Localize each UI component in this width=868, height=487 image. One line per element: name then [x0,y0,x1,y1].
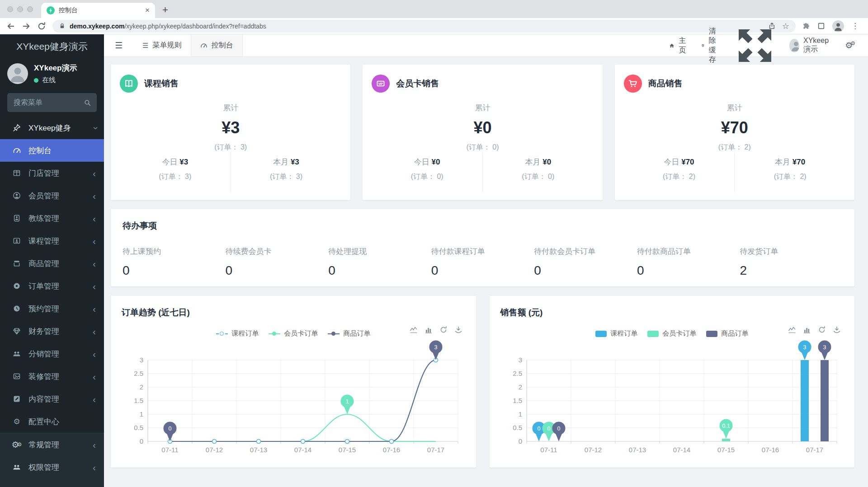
svg-text:07-14: 07-14 [673,446,690,454]
month-stats: 本月 ¥0 (订单： 0) [483,152,594,192]
svg-text:1.5: 1.5 [134,397,143,404]
sidebar-item-distribution[interactable]: 分销管理 ‹ [0,342,104,365]
window-close-button[interactable] [7,6,13,12]
sidebar-item-xykeep[interactable]: XYkeep健身 ‹ [0,117,104,139]
sidebar-item-permissions[interactable]: 权限管理 ‹ [0,456,104,478]
sidebar-item-stores[interactable]: 门店管理 ‹ [0,162,104,184]
total-amount: ¥3 [120,118,341,137]
sidebar-item-members[interactable]: 会员管理 ‹ [0,184,104,207]
svg-text:0.5: 0.5 [134,424,143,431]
chevron-left-icon: ‹ [93,394,96,404]
sidebar-item-config[interactable]: ⚙ 配置中心 [0,410,104,433]
svg-text:1.5: 1.5 [513,397,522,404]
sidebar-item-courses[interactable]: 课程管理 ‹ [0,229,104,252]
tab-dashboard[interactable]: 控制台 [191,34,243,56]
svg-text:2: 2 [518,383,522,391]
chevron-left-icon: ‹ [93,440,96,450]
line-chart-plot[interactable]: 00.511.522.5307-1107-1207-1307-1407-1507… [122,315,464,464]
svg-text:0.5: 0.5 [513,424,522,431]
svg-text:1: 1 [346,398,349,405]
image-icon [12,372,22,381]
todo-item: 待上课预约0 [123,246,226,278]
sidebar-item-products[interactable]: 商品管理 ‹ [0,252,104,275]
gears-icon: ⚙⚙ [12,440,22,449]
window-minimize-button[interactable] [17,6,23,12]
vip-card-icon: VIP [372,75,390,93]
todo-title: 待办事项 [123,220,843,232]
svg-text:07-15: 07-15 [717,446,734,454]
sidebar-secondary-section: ⚙⚙ 常规管理 ‹ 权限管理 ‹ [0,433,104,487]
tab-menu-rules[interactable]: ☰ 菜单规则 [133,34,190,56]
month-stats: 本月 ¥3 (订单： 3) [231,152,342,192]
svg-text:2: 2 [140,383,143,391]
reload-button[interactable] [37,22,46,31]
dashboard-content: 课程销售 累计 ¥3 (订单： 3) 今日 ¥3 (订单： 3) [104,57,868,468]
stat-card-product-sales: 商品销售 累计 ¥70 (订单： 2) 今日 ¥70 (订单： 2) [615,65,854,200]
today-stats: 今日 ¥3 (订单： 3) [120,152,231,192]
gauge-icon [200,42,208,49]
chevron-left-icon: ‹ [93,169,96,178]
url-text: demo.xykeep.com/xykeep.php/xykeep/dashbo… [70,23,266,30]
svg-text:0: 0 [547,426,550,432]
svg-text:3: 3 [434,344,438,351]
forward-button[interactable] [22,22,31,31]
chevron-left-icon: ‹ [93,259,96,268]
chevron-left-icon: ‹ [93,304,96,314]
user-status: 在线 [34,76,77,84]
hamburger-icon[interactable]: ☰ [104,34,133,56]
chevron-left-icon: ‹ [93,236,96,246]
order-trend-chart: 订单趋势 (近七日) 课程订单会员卡订单商品订单 00.511.522.5307… [111,296,476,468]
svg-text:0: 0 [140,437,143,445]
tab-close-icon[interactable]: × [145,6,150,15]
user-menu[interactable]: XYkeep演示 [789,37,832,54]
sidebar-item-general[interactable]: ⚙⚙ 常规管理 ‹ [0,433,104,456]
gauge-icon [12,146,22,155]
chevron-left-icon: ‹ [93,372,96,381]
chevron-down-icon: ‹ [90,126,99,130]
back-button[interactable] [6,22,15,31]
todo-item: 待续费会员卡0 [226,246,329,278]
svg-text:07-16: 07-16 [761,446,778,454]
chevron-left-icon: ‹ [93,281,96,291]
browser-tab-title: 控制台 [59,6,141,14]
chevron-left-icon: ‹ [93,349,96,359]
card-title: 课程销售 [144,78,179,89]
charts-row: 订单趋势 (近七日) 课程订单会员卡订单商品订单 00.511.522.5307… [111,296,854,468]
bar-chart-plot[interactable]: 00.511.522.5307-1107-1207-1307-1407-1507… [500,315,843,464]
svg-text:0: 0 [169,426,172,432]
total-label: 累计 [372,103,593,113]
sidebar-search [7,93,97,112]
user-panel: XYkeep演示 在线 [0,59,104,89]
new-tab-button[interactable]: + [162,4,168,16]
settings-gears-icon[interactable]: ⚙⚙ [845,40,855,51]
sidebar-item-finance[interactable]: 财务管理 ‹ [0,320,104,342]
svg-text:0.1: 0.1 [722,423,730,429]
topbar: ☰ ☰ 菜单规则 控制台 主页 清除缓存 [104,34,868,57]
user-avatar[interactable] [7,63,28,84]
shop-icon [12,259,22,268]
sidebar-item-content[interactable]: 内容管理 ‹ [0,388,104,410]
sidebar-item-coaches[interactable]: 教练管理 ‹ [0,207,104,229]
total-orders: (订单： 2) [624,143,845,152]
lock-icon [59,23,66,29]
sidebar-item-orders[interactable]: 订单管理 ‹ [0,275,104,297]
online-dot-icon [34,78,38,83]
total-label: 累计 [624,103,845,113]
month-stats: 本月 ¥70 (订单： 2) [735,152,845,192]
svg-text:07-13: 07-13 [628,446,646,454]
users-icon [12,349,22,358]
brand-title: XYkeep健身演示 [0,34,104,59]
id-badge-icon [12,214,22,223]
sidebar-item-dashboard[interactable]: 控制台 [0,139,104,162]
sidebar-item-decoration[interactable]: 装修管理 ‹ [0,365,104,388]
favicon [47,6,55,14]
svg-text:07-17: 07-17 [806,446,823,454]
home-button[interactable]: 主页 [669,36,689,55]
svg-text:07-16: 07-16 [383,446,400,454]
total-amount: ¥0 [372,118,593,137]
window-maximize-button[interactable] [27,6,33,12]
search-icon[interactable] [84,99,91,107]
stat-card-membership-sales: VIP 会员卡销售 累计 ¥0 (订单： 0) 今日 ¥0 (订单： 0) [363,65,602,200]
browser-tab[interactable]: 控制台 × [41,3,155,18]
sidebar-item-bookings[interactable]: 预约管理 ‹ [0,297,104,320]
